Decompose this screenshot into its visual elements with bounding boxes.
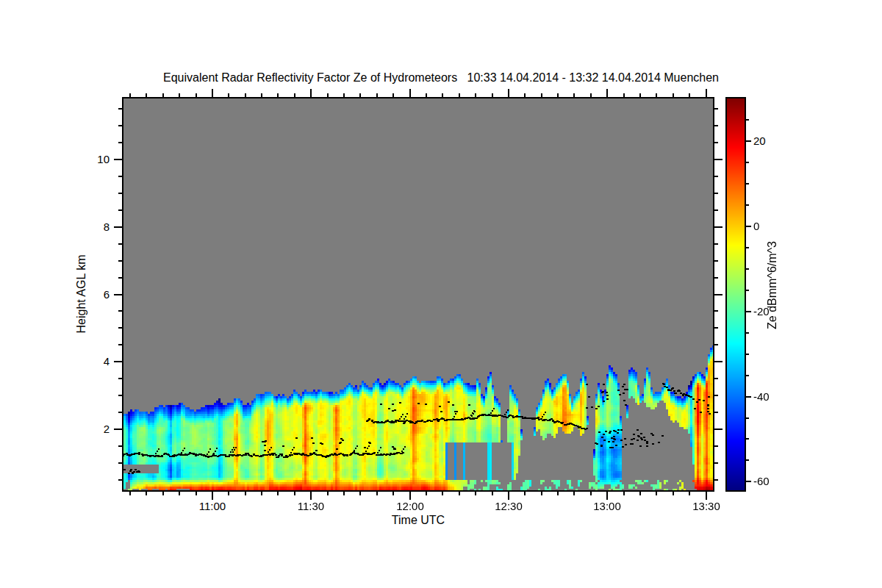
- x-tick-top: [146, 93, 147, 97]
- y-tick-right: [714, 344, 718, 345]
- x-tick: [129, 492, 131, 495]
- colorbar-tick: [746, 268, 749, 270]
- x-tick: [623, 492, 625, 495]
- x-tick: [524, 492, 526, 495]
- y-tick: [118, 412, 122, 413]
- y-tick-right: [714, 142, 718, 143]
- y-tick: [118, 193, 122, 194]
- y-tick: [118, 445, 122, 447]
- y-tick-right: [714, 294, 723, 295]
- x-tick: [327, 492, 329, 495]
- x-tick: [541, 492, 542, 495]
- radar-reflectivity-figure: Equivalent Radar Reflectivity Factor Ze …: [0, 0, 882, 588]
- x-tick: [261, 492, 262, 495]
- x-tick-top: [673, 93, 674, 97]
- colorbar-tick: [746, 396, 751, 398]
- y-tick-right: [714, 310, 718, 312]
- x-tick-top: [508, 89, 509, 97]
- colorbar-frame: [725, 97, 746, 492]
- x-tick: [212, 492, 213, 500]
- x-tick: [492, 492, 493, 495]
- x-tick-top: [606, 89, 608, 97]
- x-tick-top: [409, 89, 411, 97]
- colorbar-tick: [746, 247, 749, 248]
- colorbar-tick: [746, 162, 749, 163]
- y-tick: [118, 479, 122, 481]
- x-tick-top: [294, 93, 295, 97]
- y-tick: [118, 260, 122, 262]
- colorbar-tick: [746, 290, 749, 291]
- x-tick-top: [261, 93, 262, 97]
- x-tick-top: [541, 93, 542, 97]
- x-axis-title: Time UTC: [345, 514, 492, 527]
- y-tick: [118, 344, 122, 345]
- x-tick-label: 13:30: [681, 500, 732, 513]
- x-tick-top: [228, 93, 229, 97]
- y-tick: [114, 159, 122, 160]
- x-tick-top: [212, 89, 213, 97]
- colorbar-tick-label: -60: [753, 475, 787, 488]
- colorbar-tick: [746, 354, 749, 355]
- x-tick-label: 11:00: [187, 500, 238, 513]
- colorbar-title: Ze dBmm^6/m^3: [766, 212, 781, 359]
- x-tick-top: [245, 93, 246, 97]
- y-tick: [118, 395, 122, 396]
- x-tick: [245, 492, 246, 495]
- x-tick: [475, 492, 476, 495]
- y-tick: [114, 226, 122, 228]
- x-tick-top: [310, 89, 312, 97]
- x-tick-top: [196, 93, 197, 97]
- y-tick: [118, 327, 122, 329]
- x-tick: [706, 492, 707, 500]
- x-tick: [376, 492, 378, 495]
- y-tick-right: [714, 108, 718, 110]
- x-tick: [277, 492, 279, 495]
- x-tick-top: [656, 93, 657, 97]
- x-tick-top: [557, 93, 559, 97]
- y-tick-right: [714, 462, 718, 464]
- x-tick: [409, 492, 411, 500]
- y-tick-right: [714, 243, 718, 245]
- colorbar-tick: [746, 119, 749, 121]
- x-tick-top: [359, 93, 361, 97]
- x-tick-top: [376, 93, 378, 97]
- x-tick-label: 11:30: [285, 500, 337, 513]
- y-tick-right: [714, 479, 718, 481]
- x-tick-top: [162, 93, 164, 97]
- plot-frame: [122, 97, 714, 492]
- y-tick-right: [714, 327, 718, 329]
- colorbar-tick: [746, 375, 749, 376]
- y-tick-right: [714, 395, 718, 396]
- y-tick-right: [714, 209, 718, 211]
- colorbar-tick: [746, 204, 749, 206]
- x-tick-top: [573, 93, 575, 97]
- x-tick-top: [459, 93, 460, 97]
- x-tick-top: [442, 93, 443, 97]
- x-tick: [343, 492, 345, 495]
- y-tick: [114, 361, 122, 362]
- x-tick-label: 12:30: [483, 500, 534, 513]
- x-tick: [162, 492, 164, 495]
- x-tick-top: [179, 93, 180, 97]
- chart-title: Equivalent Radar Reflectivity Factor Ze …: [0, 71, 882, 85]
- x-tick: [606, 492, 608, 500]
- x-tick: [557, 492, 559, 495]
- x-tick-top: [590, 93, 592, 97]
- x-tick-top: [706, 89, 707, 97]
- y-tick: [118, 462, 122, 464]
- colorbar-tick: [746, 140, 751, 142]
- colorbar-tick: [746, 417, 749, 419]
- colorbar-tick: [746, 438, 749, 440]
- y-tick: [118, 243, 122, 245]
- y-tick-right: [714, 429, 723, 430]
- y-tick-right: [714, 378, 718, 379]
- colorbar-tick: [746, 183, 749, 184]
- y-tick: [118, 277, 122, 279]
- colorbar-tick-label: -40: [753, 390, 787, 404]
- x-tick: [689, 492, 690, 495]
- x-tick-top: [343, 93, 345, 97]
- x-tick: [310, 492, 312, 500]
- x-tick: [294, 492, 295, 495]
- x-tick-top: [492, 93, 493, 97]
- y-tick-right: [714, 226, 723, 228]
